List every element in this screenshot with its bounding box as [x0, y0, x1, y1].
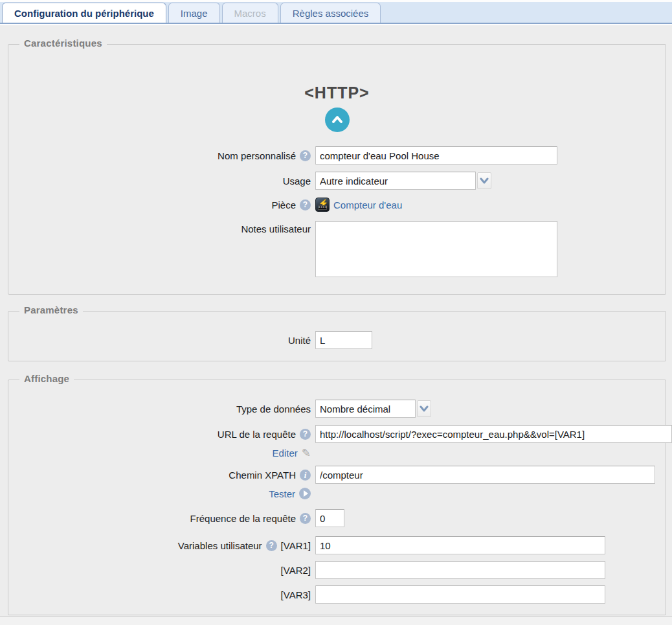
chevron-down-icon: [420, 405, 429, 413]
nom-personnalise-input[interactable]: [315, 146, 557, 165]
var1-name: [VAR1]: [281, 540, 311, 551]
section-legend: Affichage: [19, 373, 74, 384]
usage-selected-value: Autre indicateur: [320, 176, 388, 187]
frequence-requete-input[interactable]: [315, 509, 344, 527]
row-url-requete: URL de la requête ?: [8, 425, 666, 443]
row-var2: [VAR2]: [8, 561, 666, 579]
usage-label: Usage: [283, 176, 311, 187]
type-donnees-label: Type de données: [236, 403, 311, 415]
row-chemin-xpath: Chemin XPATH i: [8, 466, 666, 484]
tab-regles-associees[interactable]: Règles associées: [280, 3, 381, 23]
help-icon[interactable]: ?: [300, 150, 311, 161]
piece-link[interactable]: Compteur d'eau: [333, 199, 402, 210]
url-requete-input[interactable]: [315, 425, 672, 443]
row-var1: Variables utilisateur ? [VAR1]: [8, 536, 666, 554]
row-editer: Editer ✎: [8, 446, 666, 460]
help-icon[interactable]: ?: [300, 199, 311, 210]
url-requete-label: URL de la requête: [218, 429, 296, 440]
tab-label: Image: [181, 8, 208, 19]
usage-select[interactable]: Autre indicateur: [315, 172, 476, 190]
row-piece: Pièce ? ⚡ 0000 Compteur d'eau: [8, 197, 666, 212]
row-frequence-requete: Fréquence de la requête ?: [8, 509, 666, 527]
http-device-icon: [325, 108, 350, 132]
row-nom-personnalise: Nom personnalisé ?: [8, 146, 666, 165]
var1-input[interactable]: [315, 536, 605, 554]
var2-input[interactable]: [315, 561, 605, 579]
section-parametres: Paramètres Unité: [8, 311, 666, 361]
section-caracteristiques: Caractéristiques <HTTP> Nom personnalisé…: [8, 44, 666, 295]
chemin-xpath-label: Chemin XPATH: [229, 470, 296, 481]
section-affichage: Affichage Type de données Nombre décimal: [8, 380, 666, 615]
pencil-icon[interactable]: ✎: [302, 448, 311, 459]
help-icon[interactable]: ?: [300, 513, 311, 524]
tab-label: Configuration du périphérique: [14, 8, 154, 19]
row-type-donnees: Type de données Nombre décimal: [8, 400, 666, 418]
section-legend: Paramètres: [19, 304, 83, 315]
frequence-requete-label: Fréquence de la requête: [190, 513, 296, 524]
tab-bar: Configuration du périphérique Image Macr…: [0, 2, 672, 24]
row-unite: Unité: [8, 331, 666, 349]
tester-link[interactable]: Tester: [269, 488, 295, 499]
unite-input[interactable]: [315, 331, 372, 349]
variables-utilisateur-label: Variables utilisateur: [178, 540, 262, 551]
main-content: Caractéristiques <HTTP> Nom personnalisé…: [0, 25, 672, 617]
chevron-down-icon: [480, 177, 489, 185]
device-type-label: <HTTP>: [304, 84, 369, 102]
water-meter-icon[interactable]: ⚡ 0000: [315, 198, 330, 212]
play-icon[interactable]: [299, 488, 311, 499]
piece-label: Pièce: [271, 199, 296, 210]
tab-image[interactable]: Image: [168, 3, 220, 23]
chevron-up-icon: [331, 113, 344, 126]
var3-input[interactable]: [315, 585, 605, 604]
help-icon[interactable]: ?: [300, 429, 311, 440]
page-bottom-strip: [0, 617, 672, 625]
row-var3: [VAR3]: [8, 585, 666, 604]
tab-label: Macros: [234, 8, 266, 19]
info-icon[interactable]: i: [300, 470, 311, 481]
row-notes-utilisateur: Notes utilisateur: [8, 221, 666, 277]
var2-name: [VAR2]: [281, 565, 311, 576]
row-usage: Usage Autre indicateur: [8, 172, 666, 190]
tab-configuration-peripherique[interactable]: Configuration du périphérique: [2, 3, 166, 23]
editer-link[interactable]: Editer: [273, 448, 298, 459]
counter-digits: 0000: [318, 205, 327, 210]
type-donnees-selected-value: Nombre décimal: [320, 403, 390, 415]
tab-macros: Macros: [222, 3, 278, 23]
nom-personnalise-label: Nom personnalisé: [218, 150, 296, 161]
unite-label: Unité: [288, 335, 311, 346]
tab-label: Règles associées: [293, 8, 369, 19]
device-config-page: Configuration du périphérique Image Macr…: [0, 0, 672, 625]
section-legend: Caractéristiques: [19, 38, 107, 49]
row-tester: Tester: [8, 486, 666, 501]
notes-utilisateur-textarea[interactable]: [315, 221, 557, 277]
type-donnees-select-button[interactable]: [417, 400, 431, 417]
usage-select-button[interactable]: [477, 172, 491, 189]
chemin-xpath-input[interactable]: [315, 466, 655, 484]
device-badge: <HTTP>: [8, 84, 666, 132]
var3-name: [VAR3]: [281, 589, 311, 600]
help-icon[interactable]: ?: [266, 540, 277, 551]
notes-utilisateur-label: Notes utilisateur: [241, 223, 311, 234]
type-donnees-select[interactable]: Nombre décimal: [315, 400, 416, 418]
